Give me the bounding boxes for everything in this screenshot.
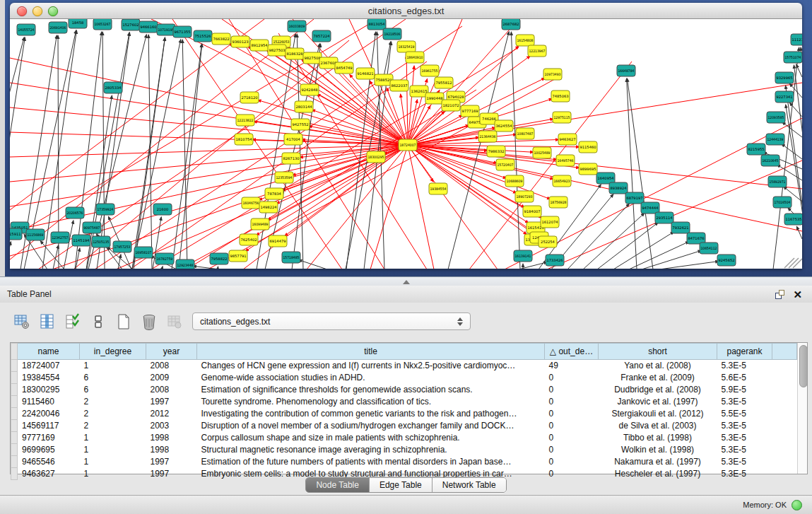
table-cell[interactable]: 1998 [146, 432, 197, 444]
edge-black[interactable] [796, 226, 802, 239]
table-row[interactable]: 1456911722003Disruption of a novel membe… [11, 420, 797, 432]
table-cell[interactable]: 2 [80, 420, 146, 432]
table-cell[interactable]: Yano et al. (2008) [599, 360, 717, 372]
table-cell[interactable]: 5.3E-5 [717, 444, 772, 456]
table-cell[interactable]: 5.5E-5 [717, 408, 772, 420]
zoom-window-button[interactable] [48, 6, 58, 16]
edge-red[interactable] [406, 55, 408, 145]
table-cell[interactable]: 1 [80, 456, 146, 468]
table-cell[interactable]: 0 [545, 444, 599, 456]
table-cell[interactable]: Structural magnetic resonance image aver… [197, 444, 545, 456]
minimize-window-button[interactable] [33, 6, 42, 16]
table-cell[interactable]: 0 [545, 420, 599, 432]
table-cell[interactable]: 9699695 [18, 444, 80, 456]
table-cell[interactable]: Genome-wide association studies in ADHD. [197, 372, 545, 384]
table-scrollbar[interactable] [797, 343, 807, 474]
table-row[interactable]: 969969511998Structural magnetic resonanc… [11, 444, 797, 456]
column-header-out_de[interactable]: △ out_de… [545, 344, 599, 360]
table-cell[interactable]: 6 [80, 372, 146, 384]
table-cell[interactable]: 1998 [146, 444, 197, 456]
table-cell[interactable]: 2009 [146, 372, 197, 384]
table-cell[interactable]: Stergiakouli et al. (2012) [599, 408, 717, 420]
column-header-in_degree[interactable]: in_degree [80, 344, 146, 360]
column-header-pagerank[interactable]: pagerank [717, 344, 772, 360]
edge-red[interactable] [547, 160, 802, 269]
table-scrollbar-thumb[interactable] [799, 345, 808, 387]
network-canvas[interactable]: 1405572420691406184581065326715276029466… [10, 19, 802, 269]
table-cell[interactable]: 5.3E-5 [717, 420, 772, 432]
resize-grip-icon[interactable] [789, 258, 799, 268]
panel-splitter[interactable] [0, 276, 812, 286]
table-cell[interactable]: de Silva et al. (2003) [599, 420, 717, 432]
table-cell[interactable]: 0 [545, 456, 599, 468]
table-cell[interactable]: Estimation of the future numbers of pati… [197, 456, 545, 468]
table-row[interactable]: 977716911998Corpus callosum shape and si… [11, 432, 797, 444]
splitter-handle-icon[interactable] [403, 280, 410, 284]
edge-red[interactable] [10, 107, 408, 145]
table-cell[interactable]: 5.3E-5 [717, 360, 772, 372]
table-row[interactable]: 1830029562008Estimation of significance … [11, 384, 797, 396]
edge-red[interactable] [208, 76, 561, 269]
close-panel-icon[interactable]: ✕ [793, 290, 802, 299]
edge-black[interactable] [796, 64, 802, 77]
table-cell[interactable]: 1997 [146, 396, 197, 408]
column-header-year[interactable]: year [146, 344, 197, 360]
table-cell[interactable]: 1 [80, 360, 146, 372]
table-cell[interactable]: 22420046 [18, 408, 80, 420]
table-cell[interactable]: 9777169 [18, 432, 80, 444]
table-cell[interactable]: Changes of HCN gene expression and I(f) … [197, 360, 545, 372]
table-cell[interactable]: 2003 [146, 420, 197, 432]
table-cell[interactable]: Franke et al. (2009) [599, 372, 717, 384]
table-cell[interactable]: Investigating the contribution of common… [197, 408, 545, 420]
resize-grip-icon[interactable] [784, 258, 794, 268]
table-cell[interactable]: Tourette syndrome. Phenomenology and cla… [197, 396, 545, 408]
table-cell[interactable]: 1 [80, 444, 146, 456]
table-cell[interactable]: 9465546 [18, 456, 80, 468]
resize-grip-icon[interactable] [793, 259, 802, 268]
table-cell[interactable]: Disruption of a novel member of a sodium… [197, 420, 545, 432]
edge-black[interactable] [193, 266, 220, 269]
column-header-short[interactable]: short [599, 344, 717, 360]
table-cell[interactable]: Corpus callosum shape and size in male p… [197, 432, 545, 444]
table-cell[interactable]: 5.3E-5 [717, 432, 772, 444]
table-cell[interactable]: 0 [545, 384, 599, 396]
float-panel-icon[interactable] [775, 290, 784, 299]
table-cell[interactable]: 18724007 [18, 360, 80, 372]
table-cell[interactable]: Jankovic et al. (1997) [599, 396, 717, 408]
network-window-titlebar[interactable]: citations_edges.txt [10, 3, 802, 19]
edge-black[interactable] [567, 204, 629, 269]
edge-black[interactable] [162, 267, 163, 269]
table-cell[interactable]: 5.6E-5 [717, 372, 772, 384]
table-cell[interactable]: Wolkin et al. (1998) [599, 444, 717, 456]
table-cell[interactable]: 2012 [146, 408, 197, 420]
edge-red[interactable] [10, 145, 408, 206]
table-column-icon[interactable] [38, 313, 57, 331]
table-cell[interactable]: 19384554 [18, 372, 80, 384]
edge-black[interactable] [659, 261, 719, 269]
edge-red[interactable] [10, 19, 264, 210]
edge-black[interactable] [218, 267, 218, 269]
edge-black[interactable] [97, 33, 129, 269]
tab-edge-table[interactable]: Edge Table [369, 478, 432, 492]
edge-black[interactable] [132, 40, 181, 269]
table-cell[interactable]: 2008 [146, 384, 197, 396]
column-header-name[interactable]: name [18, 344, 80, 360]
edge-black[interactable] [182, 40, 187, 269]
edge-black[interactable] [597, 223, 658, 269]
edge-black[interactable] [297, 34, 303, 269]
edge-black[interactable] [10, 242, 11, 269]
table-selector-dropdown[interactable]: citations_edges.txt [192, 313, 471, 330]
table-cell[interactable]: Dudbridge et al. (2008) [599, 384, 717, 396]
table-cell[interactable]: 2 [80, 396, 146, 408]
table-cell[interactable]: 6 [80, 384, 146, 396]
table-cell[interactable]: 1 [80, 432, 146, 444]
tab-network-table[interactable]: Network Table [432, 478, 506, 492]
column-check-icon[interactable] [64, 313, 82, 331]
table-cell[interactable]: 49 [545, 360, 599, 372]
table-cell[interactable]: Tibbo et al. (1998) [599, 432, 717, 444]
table-cell[interactable]: 0 [545, 396, 599, 408]
close-window-button[interactable] [17, 6, 27, 16]
table-row[interactable]: 2242004622012Investigating the contribut… [11, 408, 797, 420]
table-settings-icon[interactable] [13, 313, 31, 331]
edge-red[interactable] [10, 145, 408, 182]
